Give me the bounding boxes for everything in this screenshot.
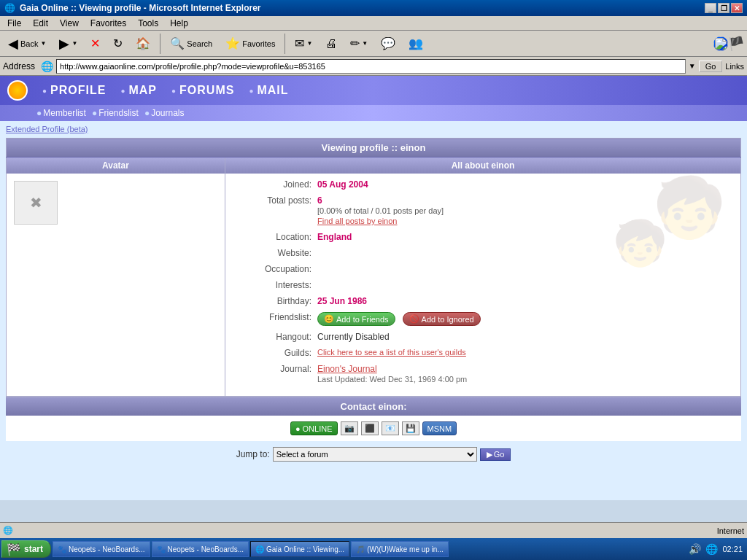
online-button[interactable]: ● ONLINE — [290, 421, 338, 435]
mail-button[interactable]: ✉ ▼ — [290, 34, 317, 53]
friendslist-row: Friendslist: 😊 Add to Friends 🚫 Add to I… — [237, 312, 729, 326]
location-label: Location: — [237, 232, 317, 242]
mail-icon: ✉ — [295, 36, 304, 50]
arrow-right-icon: ▶ — [487, 450, 492, 459]
toolbar: ◀ Back ▼ ▶ ▼ ✕ ↻ 🏠 🔍 Search ⭐ Favorites … — [0, 31, 747, 57]
nav-forums[interactable]: ● FORUMS — [171, 84, 234, 97]
contact-btn-1[interactable]: 📷 — [341, 421, 358, 435]
total-posts-label: Total posts: — [237, 195, 317, 206]
occupation-label: Occupation: — [237, 264, 317, 274]
back-dropdown-icon[interactable]: ▼ — [40, 40, 46, 47]
jump-select[interactable]: Select a forum — [273, 447, 477, 462]
window-title: Gaia Online :: Viewing profile - Microso… — [20, 3, 261, 13]
forward-button[interactable]: ▶ ▼ — [54, 33, 82, 55]
search-icon: 🔍 — [170, 36, 185, 50]
contact-btn-3[interactable]: 📧 — [382, 421, 399, 435]
stop-button[interactable]: ✕ — [85, 34, 105, 53]
menu-tools[interactable]: Tools — [133, 18, 163, 29]
contact-section: Contact einon: ● ONLINE 📷 ⬛ 📧 💾 MSNM — [6, 397, 741, 441]
journal-row: Journal: Einon's Journal Last Updated: W… — [237, 364, 729, 384]
contact-btn-2[interactable]: ⬛ — [361, 421, 379, 435]
journal-info: Einon's Journal Last Updated: Wed Dec 31… — [317, 364, 467, 384]
msnm-button[interactable]: MSNM — [422, 421, 457, 435]
window-controls[interactable]: _ ❐ ✕ — [705, 3, 743, 13]
refresh-button[interactable]: ↻ — [108, 34, 128, 53]
menu-help[interactable]: Help — [166, 18, 193, 29]
menu-bar: File Edit View Favorites Tools Help — [0, 16, 747, 31]
subnav-memberlist[interactable]: ● Memberlist — [36, 108, 86, 118]
back-button[interactable]: ◀ Back ▼ — [3, 33, 51, 55]
posts-sub-text: [0.00% of total / 0.01 posts per day] — [317, 206, 444, 215]
discuss-icon: 💬 — [381, 36, 395, 50]
restore-button[interactable]: ❐ — [718, 3, 729, 13]
mail-dropdown-icon[interactable]: ▼ — [306, 40, 312, 47]
title-bar: 🌐 Gaia Online :: Viewing profile - Micro… — [0, 0, 747, 16]
nav-profile[interactable]: ● PROFILE — [42, 84, 106, 97]
forward-dropdown-icon[interactable]: ▼ — [71, 40, 77, 47]
guilds-label: Guilds: — [237, 348, 317, 358]
guilds-link[interactable]: Click here to see a list of this user's … — [317, 348, 466, 357]
jump-label: Jump to: — [236, 449, 270, 459]
gaia-header: ● PROFILE ● MAP ● FORUMS ● MAIL ● Member… — [0, 76, 747, 121]
profile-table: Viewing profile :: einon Avatar ✖ All ab… — [6, 138, 741, 397]
windows-logo — [713, 36, 728, 51]
go-button[interactable]: Go — [699, 61, 723, 72]
hangout-row: Hangout: Currently Disabled — [237, 332, 729, 342]
address-input[interactable]: http://www.gaiaonline.com/profile/profil… — [56, 59, 686, 74]
nav-map[interactable]: ● MAP — [120, 84, 157, 97]
journal-updated: Last Updated: Wed Dec 31, 1969 4:00 pm — [317, 375, 467, 384]
messenger-button[interactable]: 👥 — [403, 34, 428, 53]
joined-row: Joined: 05 Aug 2004 — [237, 179, 729, 190]
website-label: Website: — [237, 248, 317, 258]
add-friend-button[interactable]: 😊 Add to Friends — [317, 312, 395, 326]
gaia-logo[interactable] — [7, 80, 28, 101]
print-button[interactable]: 🖨 — [320, 34, 342, 53]
nav-mail[interactable]: ● MAIL — [249, 84, 288, 97]
location-row: Location: England — [237, 232, 729, 242]
edit-button[interactable]: ✏ ▼ — [345, 34, 373, 53]
menu-edit[interactable]: Edit — [28, 18, 53, 29]
forward-icon: ▶ — [59, 36, 69, 52]
subnav-friendslist[interactable]: ● Friendslist — [92, 108, 139, 118]
menu-favorites[interactable]: Favorites — [86, 18, 131, 29]
interests-label: Interests: — [237, 280, 317, 290]
guilds-row: Guilds: Click here to see a list of this… — [237, 348, 729, 358]
contact-body: ● ONLINE 📷 ⬛ 📧 💾 MSNM — [6, 416, 741, 441]
address-globe-icon: 🌐 — [41, 61, 53, 72]
refresh-icon: ↻ — [113, 36, 123, 50]
edit-dropdown-icon[interactable]: ▼ — [362, 40, 368, 47]
jump-go-button[interactable]: ▶ Go — [480, 448, 511, 461]
journal-link[interactable]: Einon's Journal — [317, 364, 377, 374]
close-button[interactable]: ✕ — [731, 3, 743, 13]
birthday-value: 25 Jun 1986 — [317, 296, 367, 306]
jump-section: Jump to: Select a forum ▶ Go — [6, 441, 741, 467]
menu-view[interactable]: View — [55, 18, 83, 29]
contact-btn-4[interactable]: 💾 — [402, 421, 419, 435]
online-dot-icon: ● — [295, 424, 301, 433]
edit-icon: ✏ — [350, 36, 360, 50]
profile-header: Viewing profile :: einon — [7, 139, 741, 158]
info-body: 🧒 🧒 Joined: 05 Aug 2004 Total posts: 6 — [225, 174, 740, 396]
hangout-value: Currently Disabled — [317, 332, 390, 342]
favorites-button[interactable]: ⭐ Favorites — [220, 34, 280, 53]
print-icon: 🖨 — [325, 37, 337, 50]
extended-profile-link[interactable]: Extended Profile (beta) — [6, 125, 88, 133]
windows-flag-icon: 🏴 — [728, 36, 744, 52]
find-posts-link[interactable]: Find all posts by einon — [317, 217, 397, 225]
links-label[interactable]: Links — [725, 62, 744, 71]
joined-label: Joined: — [237, 179, 317, 190]
address-dropdown-icon[interactable]: ▼ — [689, 62, 696, 70]
subnav-journals[interactable]: ● Journals — [144, 108, 185, 118]
stop-icon: ✕ — [90, 36, 100, 50]
contact-header: Contact einon: — [6, 397, 741, 416]
add-ignored-button[interactable]: 🚫 Add to Ignored — [403, 312, 481, 326]
menu-file[interactable]: File — [3, 18, 26, 29]
avatar-body: ✖ — [7, 174, 225, 378]
messenger-icon: 👥 — [409, 36, 423, 50]
search-button[interactable]: 🔍 Search — [165, 34, 217, 53]
home-button[interactable]: 🏠 — [131, 34, 155, 53]
toolbar-separator-1 — [160, 34, 160, 54]
discuss-button[interactable]: 💬 — [376, 34, 400, 53]
minimize-button[interactable]: _ — [705, 3, 716, 13]
info-header: All about einon — [225, 158, 740, 174]
